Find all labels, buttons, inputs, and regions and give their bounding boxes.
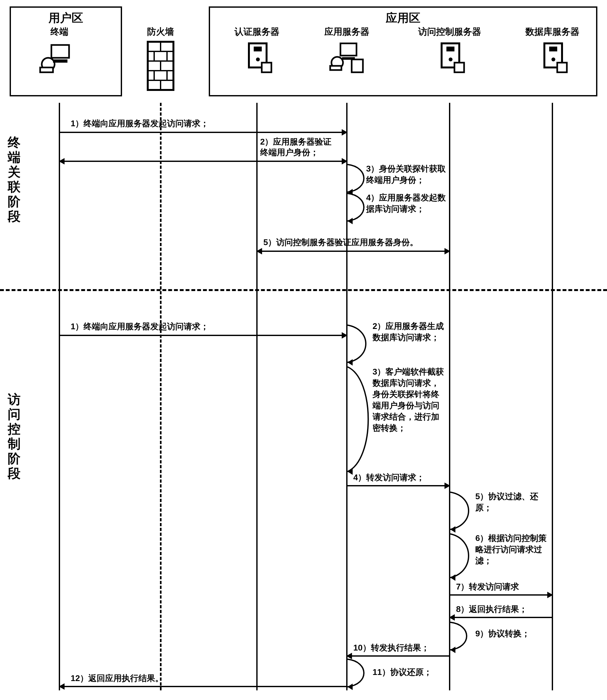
terminal-lifeline — [59, 103, 60, 691]
p2-msg-6 — [449, 533, 477, 578]
svg-marker-40 — [348, 684, 353, 690]
app-zone-title: 应用区 — [210, 8, 596, 27]
p2-msg-6-text: 6）根据访问控制策略进行访问请求过滤； — [475, 533, 549, 567]
svg-point-31 — [551, 58, 555, 61]
svg-rect-17 — [254, 46, 262, 52]
svg-rect-32 — [557, 63, 567, 72]
firewall-lifeline — [160, 103, 162, 691]
user-zone-title: 用户区 — [11, 8, 121, 27]
p1-msg-3-text: 3）身份关联探针获取终端用户身份； — [366, 163, 449, 186]
p1-msg-5-text: 5）访问控制服务器验证应用服务器身份。 — [263, 237, 418, 248]
p2-msg-2-text: 2）应用服务器生成数据库访问请求； — [373, 321, 446, 343]
access-ctrl-server-label: 访问控制服务器 — [418, 26, 482, 38]
svg-rect-30 — [549, 46, 557, 52]
p2-msg-2 — [347, 325, 374, 363]
access-ctrl-server-icon — [431, 42, 469, 74]
auth-server-icon — [238, 42, 276, 74]
phase-separator — [0, 289, 607, 291]
db-server-lifeline — [552, 103, 553, 691]
p2-msg-1-text: 1）终端向应用服务器发起访问请求； — [71, 321, 209, 332]
firewall-icon — [141, 39, 180, 93]
p2-msg-11-text: 11）协议还原； — [373, 666, 432, 678]
terminal-icon — [39, 42, 77, 74]
svg-marker-39 — [450, 647, 455, 653]
p2-msg-5-text: 5）协议过滤、还原； — [475, 491, 549, 513]
svg-marker-35 — [348, 359, 353, 366]
svg-rect-1 — [53, 59, 67, 63]
p1-msg-1-text: 1）终端向应用服务器发起访问请求； — [71, 118, 209, 129]
p2-msg-12-text: 12）返回应用执行结果。 — [71, 673, 164, 684]
p1-msg-2-text: 2）应用服务器验证终端用户身份； — [260, 137, 337, 158]
svg-rect-19 — [262, 63, 271, 72]
p2-msg-8-text: 8）返回执行结果； — [456, 604, 527, 615]
auth-server-label: 认证服务器 — [225, 26, 289, 38]
p2-msg-5 — [449, 492, 477, 530]
p2-msg-11 — [347, 659, 373, 687]
phase2-label: 访问控制阶段 — [6, 392, 22, 480]
db-server-label: 数据库服务器 — [520, 26, 585, 38]
p2-msg-9-text: 9）协议转换； — [475, 628, 530, 639]
p2-msg-4-text: 4）转发访问请求； — [353, 472, 424, 483]
svg-rect-3 — [40, 67, 53, 72]
p2-msg-10-text: 10）转发执行结果； — [353, 642, 430, 653]
terminal-label: 终端 — [27, 26, 91, 38]
svg-marker-38 — [450, 574, 455, 581]
svg-rect-28 — [455, 63, 464, 72]
svg-point-27 — [449, 58, 453, 61]
app-server-icon — [328, 42, 366, 74]
p2-msg-3-text: 3）客户端软件截获数据库访问请求，身份关联探针将终端用户身份与访问请求结合，进行… — [373, 366, 446, 434]
svg-rect-0 — [51, 45, 69, 58]
phase1-label: 终端关联阶段 — [6, 135, 22, 224]
sequence-diagram: 用户区 应用区 终端 防火墙 认证服务器 应用服务器 访问控制服务器 数据库服务… — [0, 0, 607, 700]
svg-rect-24 — [352, 59, 363, 72]
db-server-icon — [533, 42, 572, 74]
svg-marker-36 — [348, 468, 353, 475]
firewall-label: 防火墙 — [128, 26, 193, 38]
p2-msg-7-text: 7）转发访问请求 — [456, 581, 519, 592]
p2-msg-9 — [449, 622, 475, 651]
svg-marker-37 — [450, 526, 455, 533]
p1-msg-4-text: 4）应用服务器发起数据库访问请求； — [366, 192, 449, 214]
svg-rect-26 — [446, 46, 455, 52]
svg-rect-20 — [340, 43, 356, 56]
svg-rect-23 — [330, 66, 341, 70]
svg-point-18 — [256, 58, 260, 61]
app-server-label: 应用服务器 — [315, 26, 379, 38]
access-ctrl-server-lifeline — [449, 103, 450, 691]
svg-marker-34 — [348, 218, 353, 224]
auth-server-lifeline — [256, 103, 257, 691]
